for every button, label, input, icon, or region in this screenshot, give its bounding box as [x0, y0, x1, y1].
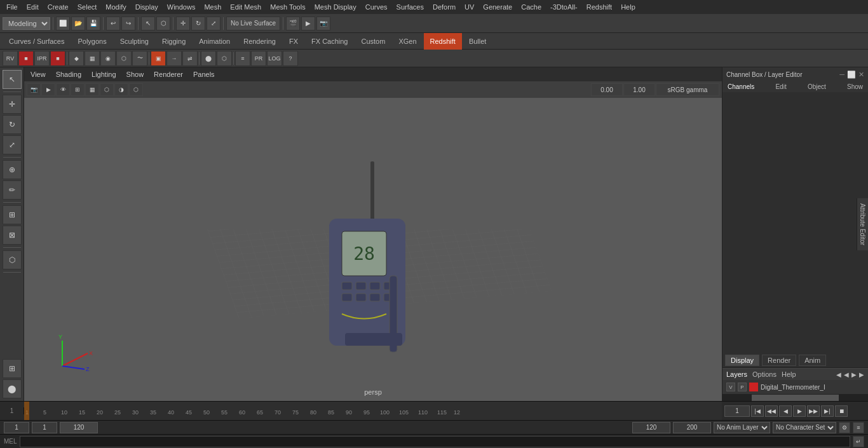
rs-icon15[interactable]: ≡: [235, 51, 250, 66]
move-tool-button[interactable]: ✛: [176, 17, 190, 31]
layer-color-swatch[interactable]: [749, 383, 758, 391]
rp-maximize-icon[interactable]: ⬜: [847, 71, 856, 79]
vp-color-profile[interactable]: sRGB gamma: [656, 83, 719, 96]
rp-minimize-icon[interactable]: ─: [839, 71, 844, 79]
vp-rotx[interactable]: 0.00: [591, 83, 623, 96]
no-live-surface-button[interactable]: No Live Surface: [226, 17, 280, 31]
menu-edit[interactable]: Edit: [23, 2, 43, 12]
open-scene-button[interactable]: 📂: [71, 17, 85, 31]
select-tool-button[interactable]: ↖: [141, 17, 155, 31]
cmd-input[interactable]: [20, 436, 850, 447]
prev-frame-button[interactable]: ◀: [779, 405, 792, 417]
menu-help[interactable]: Help: [617, 2, 639, 12]
layer-add-icon[interactable]: ▶: [851, 371, 857, 378]
menu-generate[interactable]: Generate: [479, 2, 516, 12]
vp-scale[interactable]: 1.00: [623, 83, 655, 96]
current-frame-input[interactable]: [724, 405, 750, 417]
rs-icon14[interactable]: ⬡: [217, 51, 232, 66]
layers-scrollbar[interactable]: [722, 395, 868, 401]
tab-fx[interactable]: FX: [283, 33, 304, 50]
attribute-editor-tab[interactable]: Attribute Editor: [857, 198, 868, 250]
lasso-select-button[interactable]: ⬡: [156, 17, 170, 31]
select-tool-side[interactable]: ↖: [3, 70, 22, 89]
bottom-icon2[interactable]: ⬤: [3, 379, 22, 398]
menu-edit-mesh[interactable]: Edit Mesh: [226, 2, 265, 12]
tab-fx-caching[interactable]: FX Caching: [305, 33, 354, 50]
tab-curves-surfaces[interactable]: Curves / Surfaces: [3, 33, 71, 50]
range-max-input[interactable]: [673, 422, 711, 433]
menu-surfaces[interactable]: Surfaces: [393, 2, 428, 12]
tab-animation[interactable]: Animation: [193, 33, 236, 50]
rs-icon8[interactable]: ⬡: [116, 51, 132, 66]
rs-icon18[interactable]: ?: [283, 51, 298, 66]
rotate-tool-side[interactable]: ↻: [3, 115, 22, 134]
vp-menu-shading[interactable]: Shading: [53, 69, 84, 79]
go-start-button[interactable]: |◀: [751, 405, 764, 417]
scale-tool-button[interactable]: ⤢: [207, 17, 220, 31]
timeline-ruler[interactable]: 1 5 10 15 20 25 30 35 40 45 50 55 60 65 …: [24, 402, 722, 421]
undo-button[interactable]: ↩: [106, 17, 120, 31]
menu-cache[interactable]: Cache: [517, 2, 545, 12]
rs-icon5[interactable]: ◆: [69, 51, 84, 66]
preferences-button[interactable]: ≡: [853, 422, 864, 433]
end-frame-input[interactable]: [60, 422, 98, 433]
menu-modify[interactable]: Modify: [102, 2, 130, 12]
edit-tab[interactable]: Edit: [773, 83, 789, 91]
menu-mesh[interactable]: Mesh: [200, 2, 225, 12]
menu-3dtoall[interactable]: -3DtoAll-: [546, 2, 581, 12]
range-end-input[interactable]: [632, 422, 670, 433]
vp-eye-icon[interactable]: 👁: [56, 83, 70, 96]
tab-custom[interactable]: Custom: [355, 33, 392, 50]
menu-uv[interactable]: UV: [461, 2, 478, 12]
redo-button[interactable]: ↪: [121, 17, 135, 31]
go-end-button[interactable]: ▶|: [821, 405, 834, 417]
paint-side[interactable]: ✏: [3, 180, 22, 200]
tab-polygons[interactable]: Polygons: [71, 33, 112, 50]
step-back-button[interactable]: ◀◀: [765, 405, 778, 417]
options-tab[interactable]: Options: [752, 370, 776, 378]
camera-button[interactable]: 📷: [316, 17, 330, 31]
rs-icon4[interactable]: ■: [50, 51, 65, 66]
display-tab[interactable]: Display: [725, 355, 759, 366]
layers-tab[interactable]: Layers: [726, 370, 747, 378]
rs-icon6[interactable]: ▦: [85, 51, 100, 66]
rs-icon2[interactable]: ■: [18, 51, 34, 66]
frame-input2[interactable]: [32, 422, 57, 433]
layer-visibility-toggle[interactable]: V: [726, 383, 735, 391]
vp-shading[interactable]: ◑: [114, 83, 128, 96]
rs-icon12[interactable]: ⇌: [182, 51, 198, 66]
rs-icon1[interactable]: RV: [3, 51, 18, 66]
soft-select-side[interactable]: ⊕: [3, 160, 22, 179]
cmd-enter-button[interactable]: ↵: [853, 436, 864, 447]
bottom-icon1[interactable]: ⊞: [3, 359, 22, 378]
object-tab[interactable]: Object: [805, 83, 829, 91]
menu-curves[interactable]: Curves: [362, 2, 391, 12]
move-tool-side[interactable]: ✛: [3, 95, 22, 114]
workspace-selector[interactable]: Modeling: [3, 17, 50, 30]
layer-prev-icon[interactable]: ◀: [836, 371, 841, 378]
rs-icon9[interactable]: 〜: [132, 51, 147, 66]
vp-wireframe[interactable]: ⬡: [129, 83, 143, 96]
snap-side[interactable]: ⊞: [3, 205, 22, 224]
stop-button[interactable]: ⏹: [835, 405, 848, 417]
layer-next-icon[interactable]: ◀: [844, 371, 849, 378]
layer-more-icon[interactable]: ▶: [859, 371, 864, 378]
vp-display2[interactable]: ⬡: [100, 83, 114, 96]
menu-redshift[interactable]: Redshift: [583, 2, 616, 12]
rs-icon13[interactable]: ⬤: [201, 51, 216, 66]
start-frame-input[interactable]: [4, 422, 29, 433]
render-tab[interactable]: Render: [762, 355, 796, 366]
rs-icon7[interactable]: ◉: [100, 51, 116, 66]
menu-file[interactable]: File: [3, 2, 22, 12]
vp-grid-icon[interactable]: ⊞: [71, 83, 85, 96]
menu-windows[interactable]: Windows: [163, 2, 200, 12]
menu-create[interactable]: Create: [44, 2, 72, 12]
rotate-tool-button[interactable]: ↻: [191, 17, 205, 31]
vp-menu-panels[interactable]: Panels: [191, 69, 217, 79]
tab-rendering[interactable]: Rendering: [237, 33, 282, 50]
tab-rigging[interactable]: Rigging: [156, 33, 192, 50]
snap2-side[interactable]: ⊠: [3, 226, 22, 245]
render-view-button[interactable]: 🎬: [286, 17, 300, 31]
anim-layer-selector[interactable]: No Anim Layer: [714, 422, 770, 433]
vp-menu-renderer[interactable]: Renderer: [151, 69, 186, 79]
